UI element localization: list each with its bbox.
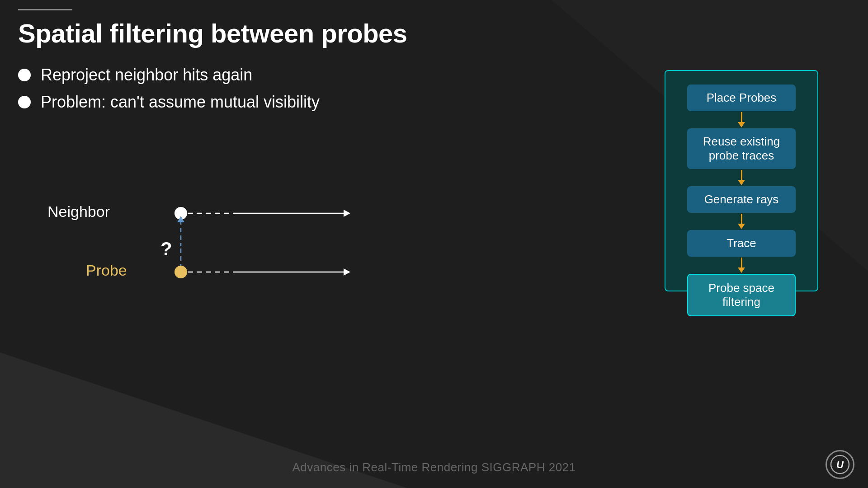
arrow-line-4 bbox=[741, 258, 742, 267]
flowchart: Place Probes Reuse existing probe traces… bbox=[665, 70, 818, 291]
bullet-dot-1 bbox=[18, 69, 31, 81]
bullet-item-2: Problem: can't assume mutual visibility bbox=[18, 93, 320, 112]
flow-box-probe-space-filtering: Probe space filtering bbox=[687, 274, 796, 316]
neighbor-arrow bbox=[344, 210, 350, 217]
footer: Advances in Real-Time Rendering SIGGRAPH… bbox=[0, 460, 868, 474]
bullet-item-1: Reproject neighbor hits again bbox=[18, 66, 320, 84]
footer-text: Advances in Real-Time Rendering SIGGRAPH… bbox=[292, 460, 576, 474]
bullet-list: Reproject neighbor hits again Problem: c… bbox=[18, 66, 320, 120]
page-title: Spatial filtering between probes bbox=[18, 18, 407, 48]
ue-logo: U bbox=[826, 450, 854, 479]
bullet-text-2: Problem: can't assume mutual visibility bbox=[41, 93, 320, 112]
arrow-line-2 bbox=[741, 170, 742, 180]
probe-label: Probe bbox=[86, 262, 127, 279]
flow-arrow-3 bbox=[738, 214, 745, 229]
arrow-line-1 bbox=[741, 112, 742, 122]
question-mark: ? bbox=[160, 238, 172, 259]
flow-box-trace: Trace bbox=[687, 230, 796, 257]
neighbor-label: Neighbor bbox=[47, 203, 110, 220]
flow-box-place-probes: Place Probes bbox=[687, 84, 796, 111]
arrow-head-3 bbox=[738, 224, 745, 229]
bullet-dot-2 bbox=[18, 96, 31, 108]
arrow-head-1 bbox=[738, 122, 745, 127]
ue-logo-svg: U bbox=[830, 455, 850, 474]
arrow-head-4 bbox=[738, 267, 745, 273]
probe-dot bbox=[175, 266, 187, 278]
flow-box-reuse: Reuse existing probe traces bbox=[687, 128, 796, 169]
arrow-head-2 bbox=[738, 180, 745, 185]
slide: Spatial filtering between probes Reproje… bbox=[0, 0, 868, 488]
arrow-line-3 bbox=[741, 214, 742, 224]
diagram-area: Neighbor ? Probe bbox=[36, 172, 398, 298]
bullet-text-1: Reproject neighbor hits again bbox=[41, 66, 252, 84]
flow-box-generate-rays: Generate rays bbox=[687, 186, 796, 213]
flow-arrow-2 bbox=[738, 170, 745, 185]
flow-arrow-4 bbox=[738, 258, 745, 273]
svg-text:U: U bbox=[836, 459, 844, 470]
diagram-svg: Neighbor ? Probe bbox=[36, 172, 398, 298]
flow-arrow-1 bbox=[738, 112, 745, 127]
accent-line bbox=[18, 9, 72, 10]
probe-arrow bbox=[344, 268, 350, 276]
